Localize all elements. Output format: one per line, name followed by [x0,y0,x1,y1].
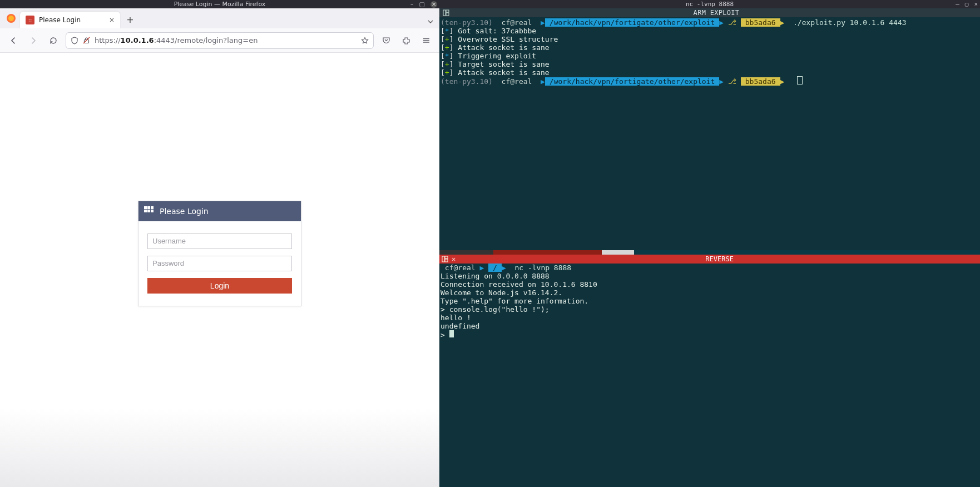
svg-rect-4 [443,10,446,16]
pocket-icon[interactable] [378,33,394,48]
svg-rect-8 [445,256,448,259]
tmux-pane-icon [442,256,448,262]
close-icon[interactable]: × [430,1,437,8]
pane-title: REVERSE [459,255,980,263]
firefox-toolbar: https://10.0.1.6:4443/remote/login?lang=… [0,28,439,53]
terminal-window: nc -lvnp 8888 – ▢ × ARM EXPLOIT (ten-py3… [439,0,980,487]
firefox-logo-icon[interactable] [4,12,18,25]
page-content: Please Login Login [0,53,439,487]
tab-close-icon[interactable]: × [109,16,115,24]
minimize-icon[interactable]: – [956,1,959,8]
minimize-icon[interactable]: – [410,1,414,8]
tmux-pane-title-top: ARM EXPLOIT [439,8,980,17]
new-tab-button[interactable]: + [122,12,138,27]
svg-rect-9 [445,259,448,262]
divider [439,250,980,255]
all-tabs-button[interactable] [427,18,434,25]
tmux-pane-title-bottom: ✕ REVERSE [439,255,980,264]
browser-tab[interactable]: :: Please Login × [20,12,120,28]
bookmark-star-icon[interactable] [361,37,369,44]
svg-rect-7 [442,256,444,262]
cursor-icon [798,77,802,84]
extensions-icon[interactable] [398,33,414,48]
cursor-icon [449,330,454,337]
tmux-pane-icon [443,9,449,16]
login-title: Please Login [160,207,209,216]
tab-title: Please Login [39,16,81,24]
terminal-titlebar[interactable]: nc -lvnp 8888 – ▢ × [439,0,980,8]
firefox-window: Please Login — Mozilla Firefox – ▢ × :: … [0,0,439,487]
svg-rect-6 [446,13,449,16]
shield-icon[interactable] [71,37,78,44]
hamburger-menu-icon[interactable] [418,33,434,48]
firefox-tabstrip: :: Please Login × + [0,8,439,28]
svg-rect-5 [446,10,449,12]
terminal-top-pane[interactable]: (ten-py3.10) cf@real ▶/work/hack/vpn/for… [439,17,980,250]
close-icon[interactable]: ✕ [452,255,456,263]
back-button[interactable] [6,33,21,48]
username-input[interactable] [147,233,292,249]
url-bar[interactable]: https://10.0.1.6:4443/remote/login?lang=… [66,32,374,49]
login-header: Please Login [138,201,301,221]
maximize-icon[interactable]: ▢ [419,1,425,8]
firefox-titlebar[interactable]: Please Login — Mozilla Firefox – ▢ × [0,0,439,8]
terminal-bottom-pane[interactable]: cf@real ▶ /▶ nc -lvnp 8888 Listening on … [439,264,980,487]
fortigate-logo-icon [144,206,154,216]
reload-button[interactable] [46,33,61,48]
lock-icon[interactable] [83,37,90,44]
svg-point-1 [8,16,14,21]
url-text: https://10.0.1.6:4443/remote/login?lang=… [95,36,258,44]
terminal-window-title: nc -lvnp 8888 [686,1,734,8]
login-panel: Please Login Login [138,201,301,306]
maximize-icon[interactable]: ▢ [965,1,969,8]
pane-title: ARM EXPLOIT [453,9,980,17]
password-input[interactable] [147,256,292,271]
close-icon[interactable]: × [974,1,978,8]
forward-button[interactable] [26,33,41,48]
favicon-icon: :: [26,16,34,24]
login-button[interactable]: Login [147,278,292,294]
firefox-window-title: Please Login — Mozilla Firefox [174,1,266,8]
